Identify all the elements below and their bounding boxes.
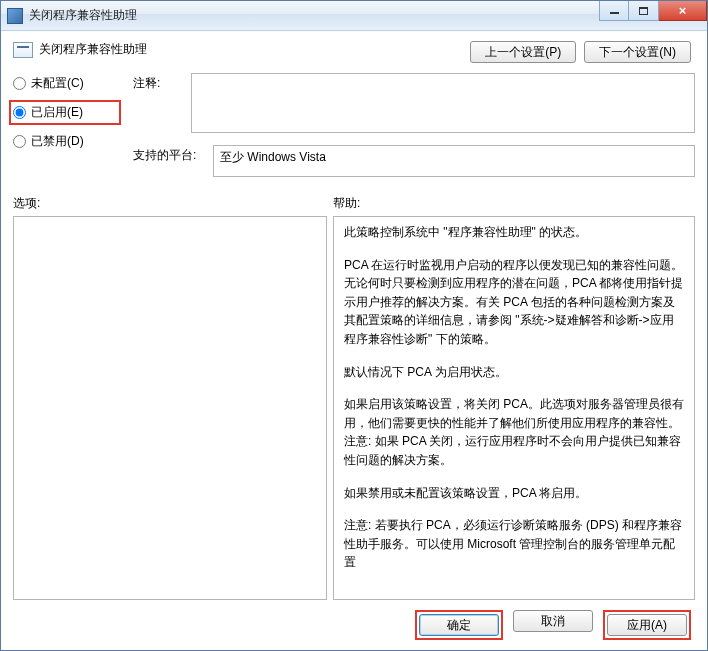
platform-row: 支持的平台: 至少 Windows Vista: [133, 145, 695, 177]
radio-not-configured-input[interactable]: [13, 77, 26, 90]
comment-label: 注释:: [133, 73, 181, 133]
radio-not-configured-label: 未配置(C): [31, 75, 84, 92]
fields-column: 注释: 支持的平台: 至少 Windows Vista: [133, 73, 695, 177]
close-button[interactable]: ×: [659, 1, 707, 21]
help-panel[interactable]: 此策略控制系统中 "程序兼容性助理" 的状态。 PCA 在运行时监视用户启动的程…: [333, 216, 695, 600]
panels: 此策略控制系统中 "程序兼容性助理" 的状态。 PCA 在运行时监视用户启动的程…: [13, 216, 695, 600]
help-text: 默认情况下 PCA 为启用状态。: [344, 363, 684, 382]
config-row: 未配置(C) 已启用(E) 已禁用(D) 注释: 支持的平台:: [13, 73, 695, 177]
footer-buttons: 确定 取消 应用(A): [13, 600, 695, 642]
radio-not-configured[interactable]: 未配置(C): [13, 75, 115, 92]
window-title: 关闭程序兼容性助理: [29, 7, 137, 24]
radio-enabled[interactable]: 已启用(E): [9, 100, 121, 125]
radio-disabled-input[interactable]: [13, 135, 26, 148]
apply-highlight: 应用(A): [603, 610, 691, 640]
help-label: 帮助:: [333, 195, 360, 212]
policy-title: 关闭程序兼容性助理: [13, 41, 147, 58]
titlebar[interactable]: 关闭程序兼容性助理 ×: [1, 1, 707, 31]
policy-icon: [13, 42, 33, 58]
minimize-button[interactable]: [599, 1, 629, 21]
window-controls: ×: [599, 1, 707, 21]
radio-disabled-label: 已禁用(D): [31, 133, 84, 150]
ok-button[interactable]: 确定: [419, 614, 499, 636]
radio-disabled[interactable]: 已禁用(D): [13, 133, 115, 150]
cancel-button[interactable]: 取消: [513, 610, 593, 632]
apply-button[interactable]: 应用(A): [607, 614, 687, 636]
comment-input[interactable]: [191, 73, 695, 133]
previous-setting-button[interactable]: 上一个设置(P): [470, 41, 576, 63]
help-text: 此策略控制系统中 "程序兼容性助理" 的状态。: [344, 223, 684, 242]
help-text: 如果禁用或未配置该策略设置，PCA 将启用。: [344, 484, 684, 503]
section-labels: 选项: 帮助:: [13, 195, 695, 212]
radio-enabled-input[interactable]: [13, 106, 26, 119]
platform-label: 支持的平台:: [133, 145, 203, 177]
radio-group: 未配置(C) 已启用(E) 已禁用(D): [13, 73, 115, 150]
options-panel[interactable]: [13, 216, 327, 600]
platform-value: 至少 Windows Vista: [213, 145, 695, 177]
comment-row: 注释:: [133, 73, 695, 133]
next-setting-button[interactable]: 下一个设置(N): [584, 41, 691, 63]
app-icon: [7, 8, 23, 24]
help-text: PCA 在运行时监视用户启动的程序以便发现已知的兼容性问题。无论何时只要检测到应…: [344, 256, 684, 349]
maximize-button[interactable]: [629, 1, 659, 21]
dialog-window: 关闭程序兼容性助理 × 关闭程序兼容性助理 上一个设置(P) 下一个设置(N) …: [0, 0, 708, 651]
header-row: 关闭程序兼容性助理 上一个设置(P) 下一个设置(N): [13, 41, 695, 63]
help-text: 如果启用该策略设置，将关闭 PCA。此选项对服务器管理员很有用，他们需要更快的性…: [344, 395, 684, 469]
nav-buttons: 上一个设置(P) 下一个设置(N): [470, 41, 695, 63]
radio-enabled-label: 已启用(E): [31, 104, 83, 121]
ok-highlight: 确定: [415, 610, 503, 640]
options-label: 选项:: [13, 195, 333, 212]
policy-title-text: 关闭程序兼容性助理: [39, 41, 147, 58]
help-text: 注意: 若要执行 PCA，必须运行诊断策略服务 (DPS) 和程序兼容性助手服务…: [344, 516, 684, 572]
content-area: 关闭程序兼容性助理 上一个设置(P) 下一个设置(N) 未配置(C) 已启用(E…: [1, 31, 707, 650]
